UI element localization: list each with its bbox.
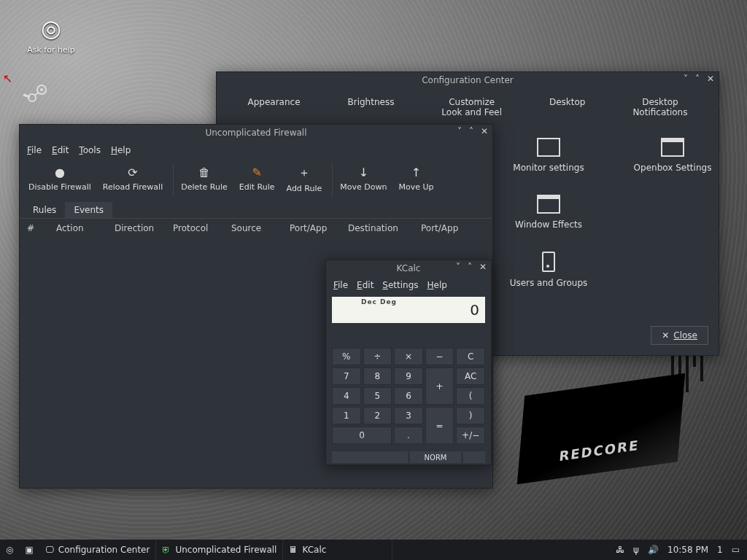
category-brightness[interactable]: Brightness [341,94,400,120]
keypad: % ÷ × − C 7 8 9 + AC 4 5 6 ( 1 2 3 = ) 0… [326,326,491,448]
key-2[interactable]: 2 [363,407,392,424]
close-button[interactable]: ✕ Close [651,326,708,345]
close-label: Close [673,330,697,341]
item-window-effects[interactable]: Window Effects [494,195,603,230]
maximize-icon[interactable]: ˄ [695,74,700,84]
reload-icon: ⟳ [103,166,163,179]
key-allclear[interactable]: AC [456,368,485,385]
menu-tools[interactable]: Tools [79,145,101,155]
titlebar[interactable]: Uncomplicated Firewall ˅ ˄ ✕ [20,125,492,141]
edit-rule-button[interactable]: ✎Edit Rule [233,163,281,196]
titlebar[interactable]: KCalc ˅ ˄ ✕ [326,260,491,276]
key-6[interactable]: 6 [394,387,423,405]
col-source[interactable]: Source [227,223,285,233]
key-subtract[interactable]: − [425,348,454,365]
key-divide[interactable]: ÷ [363,348,392,365]
task-label: Uncomplicated Firewall [175,545,276,555]
col-action[interactable]: Action [52,223,110,233]
close-icon[interactable]: ✕ [481,126,488,136]
show-desktop-icon[interactable]: ▭ [732,545,740,555]
tab-events[interactable]: Events [65,202,112,218]
usb-icon[interactable]: ψ [633,545,639,555]
maximize-icon[interactable]: ˄ [469,126,473,136]
menu-help[interactable]: Help [427,280,447,290]
calc-value: 0 [470,301,479,319]
key-lparen[interactable]: ( [456,387,485,405]
effects-icon [537,195,560,214]
category-notifications[interactable]: Desktop Notifications [627,94,693,120]
circle-icon: ● [28,166,91,179]
titlebar[interactable]: Configuration Center ˅ ˄ ✕ [217,72,719,88]
minimize-icon[interactable]: ˅ [457,126,462,136]
key-1[interactable]: 1 [332,407,361,424]
maximize-icon[interactable]: ˄ [468,262,472,272]
btn-label: Disable Firewall [28,182,91,192]
workspace-indicator[interactable]: 1 [717,545,723,555]
minimize-icon[interactable]: ˅ [456,262,460,272]
delete-rule-button[interactable]: 🗑Delete Rule [173,163,233,196]
move-up-button[interactable]: ↑Move Up [392,163,439,196]
col-protocol[interactable]: Protocol [169,223,227,233]
key-equals[interactable]: = [425,407,454,444]
task-firewall[interactable]: ⛨ Uncomplicated Firewall [156,540,283,560]
window-title: Configuration Center [422,75,514,85]
clock[interactable]: 10:58 PM [667,545,708,555]
task-kcalc[interactable]: 🖩 KCalc [283,540,392,560]
menu-edit[interactable]: Edit [357,280,374,290]
key-0[interactable]: 0 [332,427,392,444]
col-portapp2[interactable]: Port/App [417,223,475,233]
move-down-button[interactable]: ↓Move Down [332,163,392,196]
category-desktop[interactable]: Desktop [543,94,592,120]
steam-icon [22,80,51,109]
menu-file[interactable]: File [333,280,348,290]
item-monitor-settings[interactable]: Monitor settings [494,138,603,173]
desktop-icon-steam[interactable] [22,80,80,109]
volume-icon[interactable]: 🔊 [648,545,659,555]
item-users-and-groups[interactable]: Users and Groups [494,252,603,288]
desktop-icon-ask-for-help[interactable]: ◎ Ask for help [22,15,80,55]
terminal-button[interactable]: ▣ [19,540,39,560]
status-spacer2 [463,451,485,463]
col-num[interactable]: # [23,223,52,233]
minimize-icon[interactable]: ˅ [684,74,688,84]
col-direction[interactable]: Direction [110,223,169,233]
window-title: KCalc [397,263,421,273]
key-decimal[interactable]: . [394,427,423,444]
key-3[interactable]: 3 [394,407,423,424]
close-icon[interactable]: ✕ [479,262,487,272]
cursor-decoration: ↖ [3,71,12,85]
key-rparen[interactable]: ) [456,407,485,424]
add-rule-button[interactable]: ＋Add Rule [281,163,328,196]
category-customize[interactable]: Customize Look and Feel [436,94,508,120]
key-7[interactable]: 7 [332,368,361,385]
btn-label: Move Down [340,182,387,192]
key-plusminus[interactable]: +/− [456,427,485,444]
menu-edit[interactable]: Edit [52,145,69,155]
tab-rules[interactable]: Rules [24,202,65,218]
network-icon[interactable]: 🖧 [616,545,624,555]
key-9[interactable]: 9 [394,368,423,385]
key-8[interactable]: 8 [363,368,392,385]
col-portapp1[interactable]: Port/App [285,223,344,233]
reload-firewall-button[interactable]: ⟳Reload Firewall [97,163,169,196]
key-multiply[interactable]: × [394,348,423,365]
status-mode: NORM [410,451,461,463]
category-appearance[interactable]: Appearance [241,94,306,120]
btn-label: Edit Rule [239,182,275,192]
close-icon[interactable]: ✕ [707,74,714,84]
menu-help[interactable]: Help [111,145,131,155]
key-percent[interactable]: % [332,348,361,365]
task-configuration-center[interactable]: 🖵 Configuration Center [39,540,157,560]
plus-icon: ＋ [287,166,322,181]
disable-firewall-button[interactable]: ●Disable Firewall [23,163,97,196]
key-5[interactable]: 5 [363,387,392,405]
key-add[interactable]: + [425,368,454,405]
col-destination[interactable]: Destination [344,223,417,233]
menu-file[interactable]: File [27,145,42,155]
menu-settings[interactable]: Settings [382,280,418,290]
key-4[interactable]: 4 [332,387,361,405]
monitor-icon [537,138,560,157]
item-openbox-settings[interactable]: Openbox Settings [618,138,727,173]
app-menu-button[interactable]: ◎ [0,540,19,560]
key-clear[interactable]: C [456,348,485,365]
